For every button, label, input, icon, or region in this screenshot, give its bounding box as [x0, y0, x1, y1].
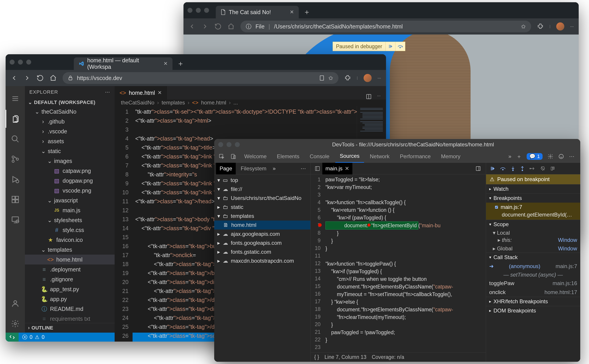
- tree-item-selected[interactable]: 🗎home.html: [214, 221, 311, 229]
- tree-folder[interactable]: ⌄theCatSaidNo: [25, 107, 115, 117]
- extensions-icon[interactable]: [344, 75, 351, 81]
- step-into-icon[interactable]: [511, 166, 515, 171]
- nav-tab-page[interactable]: Page: [216, 163, 236, 174]
- tab-console[interactable]: Console: [305, 150, 334, 163]
- more-icon[interactable]: ⋯: [377, 76, 381, 80]
- traffic-close[interactable]: [10, 60, 15, 65]
- more-icon[interactable]: ⋯: [298, 165, 309, 172]
- back-icon[interactable]: [188, 23, 196, 30]
- tab-welcome[interactable]: Welcome: [240, 150, 271, 163]
- tree-file[interactable]: ▧catpaw.png: [25, 166, 115, 176]
- more-icon[interactable]: ⋯: [570, 24, 574, 29]
- tab-memory[interactable]: Memory: [437, 150, 465, 163]
- reload-icon[interactable]: [214, 23, 222, 30]
- info-icon[interactable]: ⓘ: [246, 23, 251, 30]
- step-out-icon[interactable]: [520, 166, 525, 171]
- scope-local[interactable]: ▾ Local: [486, 229, 580, 237]
- traffic-min[interactable]: [18, 60, 23, 65]
- back-icon[interactable]: [11, 74, 18, 82]
- more-tabs-icon[interactable]: »: [508, 153, 511, 160]
- bp-checkbox[interactable]: [495, 206, 498, 209]
- source-tab[interactable]: main.js ✕: [322, 163, 352, 174]
- tree-item[interactable]: ▾🗀Users/chris/src/theCatSaidNo: [214, 194, 311, 203]
- scope-this[interactable]: ▸ this: Window: [486, 237, 580, 245]
- tree-file[interactable]: ≡requirements txt: [25, 314, 115, 323]
- resume-icon[interactable]: [490, 166, 495, 171]
- tree-item[interactable]: ▸🗀static: [214, 203, 311, 212]
- toggle-debugger-icon[interactable]: [472, 166, 484, 171]
- vs-browser-tab[interactable]: home.html — default (Workspa ✕: [74, 57, 172, 70]
- remote-indicator[interactable]: [6, 333, 19, 342]
- traffic-close[interactable]: [187, 8, 192, 13]
- more-icon[interactable]: ⋯: [377, 94, 381, 99]
- tree-folder[interactable]: ⌄templates: [25, 245, 115, 255]
- more-tabs-icon[interactable]: »: [273, 165, 276, 172]
- reader-icon[interactable]: [319, 75, 324, 81]
- deactivate-bp-icon[interactable]: [540, 166, 545, 171]
- tree-item[interactable]: ▾☁file://: [214, 185, 311, 194]
- tree-folder[interactable]: ›assets: [25, 136, 115, 146]
- remote-explorer-icon[interactable]: [6, 211, 25, 229]
- tree-folder[interactable]: ⌄images: [25, 156, 115, 166]
- explorer-icon[interactable]: [6, 110, 25, 128]
- tree-item[interactable]: ▸☁maxcdn.bootstrapcdn.com: [214, 256, 311, 265]
- close-icon[interactable]: ✕: [164, 61, 168, 67]
- tree-file[interactable]: ≡.deployment: [25, 265, 115, 274]
- tree-item[interactable]: ▸☁fonts.gstatic.com: [214, 247, 311, 256]
- tree-item[interactable]: ▾▭top: [214, 176, 311, 185]
- source-control-icon[interactable]: [6, 150, 25, 168]
- step-over-icon[interactable]: [500, 166, 506, 171]
- nav-tab-filesystem[interactable]: Filesystem: [237, 163, 270, 174]
- tree-file-selected[interactable]: <>home.html: [25, 255, 115, 265]
- search-icon[interactable]: [6, 130, 25, 148]
- toggle-navigator-icon[interactable]: [312, 166, 322, 171]
- gear-icon[interactable]: [548, 154, 553, 159]
- pause-exceptions-icon[interactable]: [550, 166, 555, 171]
- gear-icon[interactable]: [6, 315, 25, 333]
- breakpoint-item[interactable]: main.js:7: [486, 203, 580, 212]
- home-icon[interactable]: [50, 74, 57, 82]
- traffic-close[interactable]: [218, 142, 223, 147]
- section-xhr-bp[interactable]: ▸XHR/fetch Breakpoints: [486, 297, 580, 306]
- more-icon[interactable]: ⋯: [105, 89, 110, 95]
- vs-address-bar[interactable]: https://vscode.dev ✩: [63, 72, 338, 84]
- tree-file[interactable]: 🐍app.py: [25, 294, 115, 304]
- resume-icon[interactable]: [385, 42, 395, 51]
- favorite-icon[interactable]: ✩: [521, 23, 526, 30]
- tree-item[interactable]: ▸☁fonts.googleapis.com: [214, 239, 311, 247]
- bg-browser-tab[interactable]: The Cat said No! ✕: [216, 6, 299, 18]
- bg-address-bar[interactable]: ⓘ File | /Users/chris/src/theCatSaidNo/t…: [240, 21, 531, 32]
- split-icon[interactable]: [366, 94, 372, 99]
- tab-elements[interactable]: Elements: [272, 150, 304, 163]
- account-icon[interactable]: [6, 294, 25, 312]
- traffic-max[interactable]: [204, 8, 209, 13]
- tree-item[interactable]: ▸☁ajax.googleapis.com: [214, 229, 311, 239]
- tree-file[interactable]: #style.css: [25, 225, 115, 235]
- section-dom-bp[interactable]: ▸DOM Breakpoints: [486, 306, 580, 315]
- issues-badge[interactable]: 💬 1: [527, 153, 543, 160]
- profile-avatar[interactable]: [556, 22, 564, 31]
- tree-file[interactable]: JSmain.js: [25, 205, 115, 215]
- traffic-max[interactable]: [26, 60, 31, 65]
- lock-icon[interactable]: [68, 75, 73, 81]
- section-scope[interactable]: ▾Scope: [486, 220, 580, 229]
- outline-section[interactable]: ›OUTLINE: [25, 323, 115, 333]
- callstack-frame[interactable]: onclickhome.html:17: [486, 288, 580, 297]
- tab-network[interactable]: Network: [365, 150, 394, 163]
- close-icon[interactable]: ✕: [345, 165, 349, 172]
- editor-tab[interactable]: <> home.html ✕: [115, 86, 167, 99]
- problems-counter[interactable]: ⓧ0 ⚠0: [19, 334, 48, 341]
- code-lines[interactable]: pawToggled = "lit>false; "kw>var myTimeo…: [323, 174, 486, 352]
- tree-item[interactable]: ▾🗀templates: [214, 212, 311, 221]
- feedback-icon[interactable]: [558, 154, 564, 159]
- tab-performance[interactable]: Performance: [395, 150, 435, 163]
- tree-file[interactable]: ▧vscode.png: [25, 186, 115, 195]
- crumb[interactable]: ...: [233, 99, 238, 106]
- scope-global[interactable]: ▸ GlobalWindow: [486, 245, 580, 253]
- profile-avatar[interactable]: [364, 74, 372, 82]
- tree-file[interactable]: ▧dogpaw.png: [25, 176, 115, 186]
- close-icon[interactable]: ✕: [158, 90, 162, 96]
- add-icon[interactable]: ＋: [516, 153, 522, 160]
- home-icon[interactable]: [227, 23, 235, 30]
- tree-file[interactable]: ⓘREADME.md: [25, 304, 115, 314]
